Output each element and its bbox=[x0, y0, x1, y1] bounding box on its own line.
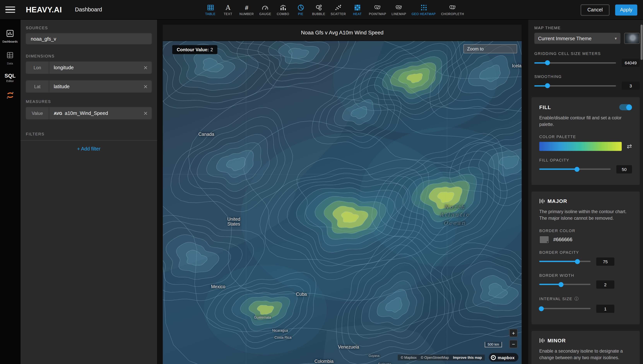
chart-type-pie[interactable]: PIE bbox=[294, 4, 307, 16]
smoothing-label: SMOOTHING bbox=[534, 74, 640, 79]
geoheatmap-icon bbox=[420, 4, 427, 11]
fill-title: FILL bbox=[539, 104, 551, 110]
gridding-slider[interactable] bbox=[534, 60, 616, 66]
table-icon bbox=[207, 4, 214, 11]
chart-type-number[interactable]: #NUMBER bbox=[240, 4, 254, 16]
chart-type-pointmap[interactable]: POINTMAP bbox=[369, 4, 386, 16]
chart-type-linemap[interactable]: LINEMAP bbox=[392, 4, 406, 16]
chart-type-geo-heatmap[interactable]: GEO HEATMAP bbox=[412, 4, 436, 16]
dimension-row[interactable]: Lonlongitude✕ bbox=[26, 62, 152, 74]
sidebar-item-sql-editor[interactable]: SQL Editor bbox=[0, 73, 20, 82]
color-palette-label: COLOR PALETTE bbox=[539, 134, 632, 139]
major-isoline-section: MAJOR The primary isoline within the con… bbox=[532, 192, 640, 324]
gridding-label: GRIDDING CELL SIZE METERS bbox=[534, 51, 640, 56]
attribution-mapbox-link[interactable]: © Mapbox bbox=[400, 356, 416, 360]
chart-type-bubble[interactable]: BUBBLE bbox=[312, 4, 325, 16]
border-color-hex: #666666 bbox=[553, 237, 572, 242]
map-area: Noaa Gfs v Avg A10m Wind Speed CanadaUni… bbox=[157, 20, 528, 364]
interval-size-value[interactable]: 1 bbox=[596, 304, 614, 313]
remove-icon[interactable]: ✕ bbox=[140, 107, 152, 119]
reverse-palette-icon[interactable]: ⇄ bbox=[627, 143, 632, 150]
source-select[interactable]: noaa_gfs_v bbox=[26, 33, 152, 44]
contour-layer bbox=[163, 41, 522, 364]
add-filter-button[interactable]: + Add filter bbox=[26, 146, 152, 152]
dimension-row[interactable]: Latlatitude✕ bbox=[26, 80, 152, 93]
zoom-in-button[interactable]: + bbox=[509, 329, 518, 337]
info-icon[interactable]: ⓘ bbox=[574, 296, 579, 302]
minor-title: MINOR bbox=[548, 338, 566, 344]
data-table-icon bbox=[6, 51, 14, 61]
pie-icon bbox=[297, 4, 304, 11]
filters-label: FILTERS bbox=[26, 132, 152, 136]
dimension-list: Lonlongitude✕Latlatitude✕ bbox=[26, 62, 152, 93]
map-theme-label: MAP THEME bbox=[534, 25, 640, 30]
top-bar: HEAVY.AI Dashboard TABLEATEXT#NUMBERGAUG… bbox=[0, 0, 643, 20]
attribution-osm-link[interactable]: © OpenStreetMap bbox=[421, 356, 449, 360]
gridding-value[interactable]: 64049 bbox=[622, 58, 640, 67]
chart-type-choropleth[interactable]: CHOROPLETH bbox=[441, 4, 464, 16]
fill-toggle[interactable] bbox=[619, 104, 632, 110]
settings-panel: MAP THEME Current Immerse Theme ▾ GRIDDI… bbox=[528, 20, 643, 364]
interval-size-slider[interactable] bbox=[539, 306, 590, 312]
chart-title: Noaa Gfs v Avg A10m Wind Speed bbox=[163, 24, 522, 41]
border-color-swatch[interactable]: ▾ bbox=[539, 236, 549, 243]
dashboards-icon bbox=[6, 30, 14, 39]
mapbox-logo[interactable]: mapbox bbox=[489, 353, 518, 362]
fill-section: FILL Enable/disable contour fill and set… bbox=[532, 97, 640, 185]
apply-button[interactable]: Apply bbox=[615, 4, 637, 15]
color-palette-bar[interactable] bbox=[539, 142, 622, 151]
fill-opacity-value[interactable]: 50 bbox=[616, 165, 632, 173]
map-attribution: © Mapbox © OpenStreetMap Improve this ma… bbox=[398, 355, 485, 360]
chart-type-heat[interactable]: HEAT bbox=[351, 4, 364, 16]
sidebar-item-dashboards[interactable]: Dashboards bbox=[0, 30, 20, 43]
fill-description: Enable/disable contour fill and set a co… bbox=[539, 115, 632, 128]
map-canvas[interactable]: CanadaUnited StatesMexicoCubaGuatemalaNi… bbox=[163, 41, 522, 364]
measure-row[interactable]: ValueAVGa10m_Wind_Speed✕ bbox=[26, 107, 152, 119]
chart-type-bar: TABLEATEXT#NUMBERGAUGECOMBOPIEBUBBLESCAT… bbox=[204, 0, 464, 20]
remove-icon[interactable]: ✕ bbox=[140, 80, 152, 93]
nav-rail: Dashboards Data SQL Editor bbox=[0, 20, 20, 364]
border-opacity-label: BORDER OPACITY bbox=[539, 250, 632, 254]
map-scale: 500 km bbox=[485, 342, 502, 347]
pointmap-icon bbox=[374, 4, 381, 11]
smoothing-value[interactable]: 3 bbox=[622, 82, 640, 90]
page-title: Dashboard bbox=[75, 6, 102, 13]
smoothing-slider[interactable] bbox=[534, 83, 616, 88]
fill-opacity-slider[interactable] bbox=[539, 167, 611, 172]
sources-label: SOURCES bbox=[26, 25, 152, 30]
chart-type-table[interactable]: TABLE bbox=[204, 4, 217, 16]
cancel-button[interactable]: Cancel bbox=[581, 4, 609, 15]
chart-type-scatter[interactable]: SCATTER bbox=[330, 4, 346, 16]
interval-size-label: INTERVAL SIZE ⓘ bbox=[539, 296, 632, 302]
chart-type-text[interactable]: ATEXT bbox=[222, 4, 234, 16]
border-width-slider[interactable] bbox=[539, 282, 590, 287]
chart-type-combo[interactable]: COMBO bbox=[277, 4, 289, 16]
scrollbar[interactable] bbox=[640, 24, 642, 60]
remove-icon[interactable]: ✕ bbox=[140, 62, 152, 74]
chart-type-gauge[interactable]: GAUGE bbox=[259, 4, 272, 16]
map-theme-thumbnail[interactable] bbox=[624, 33, 640, 44]
border-opacity-value[interactable]: 75 bbox=[596, 258, 614, 266]
menu-icon[interactable] bbox=[0, 0, 20, 20]
zoom-out-button[interactable]: − bbox=[509, 340, 518, 348]
zoom-to-button[interactable]: Zoom to bbox=[464, 44, 517, 54]
border-opacity-slider[interactable] bbox=[539, 259, 590, 264]
scatter-icon bbox=[335, 4, 342, 11]
border-width-value[interactable]: 2 bbox=[596, 280, 614, 288]
minor-isoline-section: MINOR Enable a secondary isoline to desi… bbox=[532, 331, 640, 364]
isoline-icon bbox=[539, 199, 545, 204]
measures-label: MEASURES bbox=[26, 99, 152, 104]
dimensions-label: DIMENSIONS bbox=[26, 54, 152, 58]
improve-map-link[interactable]: Improve this map bbox=[453, 356, 482, 360]
combo-icon bbox=[280, 4, 286, 11]
mapbox-icon bbox=[491, 355, 496, 360]
text-icon: A bbox=[226, 4, 230, 11]
border-width-label: BORDER WIDTH bbox=[539, 273, 632, 277]
divider bbox=[20, 140, 157, 140]
gauge-icon bbox=[262, 4, 269, 11]
map-theme-select[interactable]: Current Immerse Theme ▾ bbox=[534, 33, 620, 44]
sidebar-item-data[interactable]: Data bbox=[0, 51, 20, 65]
bubble-icon bbox=[315, 4, 322, 11]
number-icon: # bbox=[245, 4, 248, 11]
sidebar-item-jupyter[interactable] bbox=[0, 91, 20, 101]
